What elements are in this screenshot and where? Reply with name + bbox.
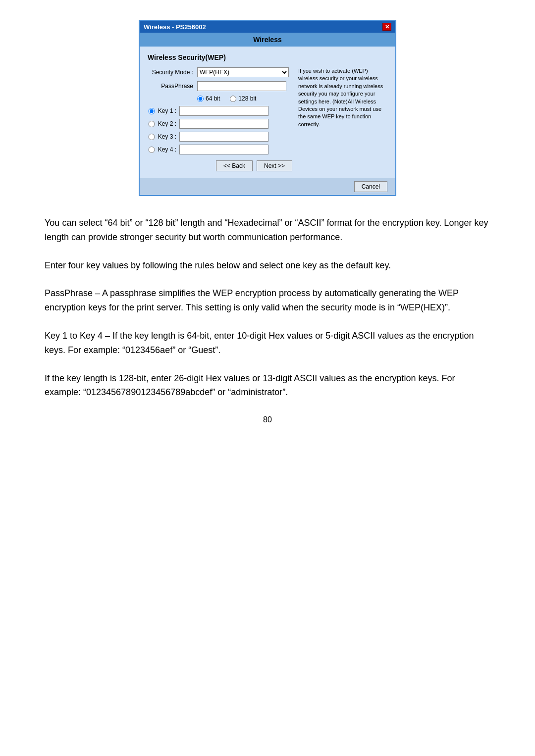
key1-row: Key 1 :: [148, 106, 292, 116]
key1-label: Key 1 :: [156, 107, 179, 114]
key1-input[interactable]: [179, 106, 268, 116]
bit128-radio[interactable]: [230, 96, 236, 102]
dialog-header: Wireless: [140, 33, 395, 47]
key3-input[interactable]: [179, 132, 268, 142]
bit128-label: 128 bit: [238, 95, 256, 102]
close-button[interactable]: ✕: [382, 23, 391, 31]
security-mode-row: Security Mode : WEP(HEX): [148, 67, 292, 77]
key4-input[interactable]: [179, 145, 268, 154]
cancel-row: Cancel: [140, 178, 395, 195]
next-button[interactable]: Next >>: [257, 160, 292, 171]
page-number: 80: [45, 413, 490, 426]
content-split: Security Mode : WEP(HEX) PassPhrase: [148, 67, 387, 171]
security-mode-select[interactable]: WEP(HEX): [197, 67, 289, 77]
dialog-title: Wireless - PS256002: [144, 23, 206, 31]
form-area: Security Mode : WEP(HEX) PassPhrase: [148, 67, 292, 171]
key3-label: Key 3 :: [156, 133, 179, 140]
key3-radio[interactable]: [148, 134, 156, 140]
dialog-titlebar: Wireless - PS256002 ✕: [140, 21, 395, 33]
page-wrapper: Wireless - PS256002 ✕ Wireless Wireless …: [30, 20, 505, 426]
help-text: If you wish to activate (WEP) wireless s…: [298, 67, 387, 171]
paragraph-4: Key 1 to Key 4 – If the key length is 64…: [45, 329, 490, 357]
bit64-option[interactable]: 64 bit: [197, 95, 220, 102]
key2-row: Key 2 :: [148, 119, 292, 129]
passphrase-row: PassPhrase: [148, 81, 292, 91]
nav-buttons: << Back Next >>: [148, 160, 292, 171]
key1-radio[interactable]: [148, 108, 156, 114]
key2-input[interactable]: [179, 119, 268, 129]
passphrase-label: PassPhrase: [148, 83, 197, 90]
security-mode-label: Security Mode :: [148, 69, 197, 76]
bit128-option[interactable]: 128 bit: [230, 95, 256, 102]
paragraph-2: Enter four key values by following the r…: [45, 258, 490, 273]
paragraph-5: If the key length is 128-bit, enter 26-d…: [45, 371, 490, 400]
bit-selection-row: 64 bit 128 bit: [197, 95, 292, 102]
bit64-radio[interactable]: [197, 96, 204, 102]
section-title: Wireless Security(WEP): [148, 53, 387, 61]
cancel-button[interactable]: Cancel: [354, 181, 387, 192]
key2-label: Key 2 :: [156, 120, 179, 127]
dialog-body: Wireless Security(WEP) Security Mode : W…: [140, 47, 395, 178]
key4-label: Key 4 :: [156, 146, 179, 153]
passphrase-input[interactable]: [197, 81, 286, 91]
bit64-label: 64 bit: [206, 95, 220, 102]
key3-row: Key 3 :: [148, 132, 292, 142]
key4-row: Key 4 :: [148, 145, 292, 154]
paragraph-1: You can select “64 bit” or “128 bit” len…: [45, 216, 490, 245]
back-button[interactable]: << Back: [216, 160, 253, 171]
dialog-window: Wireless - PS256002 ✕ Wireless Wireless …: [139, 20, 396, 196]
paragraph-3: PassPhrase – A passphrase simplifies the…: [45, 286, 490, 315]
key4-radio[interactable]: [148, 147, 156, 153]
key2-radio[interactable]: [148, 121, 156, 127]
content-area: You can select “64 bit” or “128 bit” len…: [45, 216, 490, 426]
